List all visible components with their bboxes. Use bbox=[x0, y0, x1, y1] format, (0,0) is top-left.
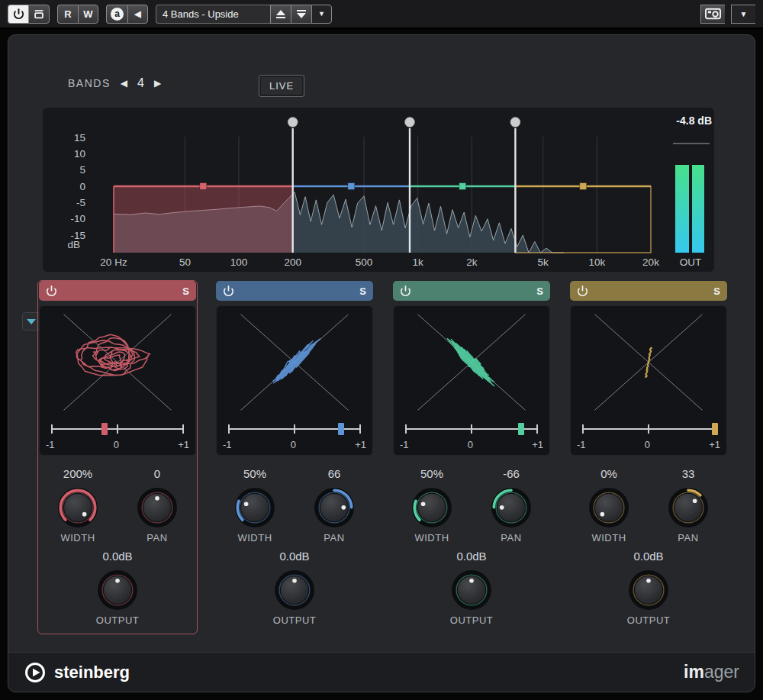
preset-prev-button[interactable] bbox=[270, 5, 291, 24]
output-knob[interactable] bbox=[626, 567, 671, 613]
svg-text:20k: 20k bbox=[642, 256, 659, 268]
bypass-icon bbox=[33, 8, 45, 20]
eject-down-icon bbox=[297, 10, 306, 18]
back-arrow-button[interactable]: ◀ bbox=[127, 5, 148, 24]
window-menu-button[interactable]: ▼ bbox=[731, 5, 755, 24]
band-3-header[interactable]: S bbox=[393, 281, 550, 301]
write-automation-button[interactable]: W bbox=[78, 5, 98, 24]
corr-zero-label: 0 bbox=[645, 439, 650, 450]
output-value: 0.0dB bbox=[569, 550, 728, 563]
pan-value: -66 bbox=[472, 467, 551, 480]
corr-neg-label: -1 bbox=[577, 439, 586, 450]
width-knob[interactable] bbox=[409, 485, 455, 531]
band-4-header[interactable]: S bbox=[570, 281, 727, 301]
correlation-marker bbox=[101, 423, 108, 435]
preset-next-button[interactable] bbox=[291, 5, 311, 24]
width-knob[interactable] bbox=[586, 485, 632, 531]
width-label: WIDTH bbox=[392, 532, 472, 544]
svg-text:5: 5 bbox=[79, 164, 85, 176]
live-button[interactable]: LIVE bbox=[259, 75, 304, 97]
snapshot-button[interactable] bbox=[700, 5, 725, 24]
corr-neg-label: -1 bbox=[223, 439, 232, 450]
chevron-down-icon bbox=[27, 319, 36, 324]
width-value: 50% bbox=[392, 467, 472, 480]
output-knob[interactable] bbox=[449, 567, 494, 613]
vectorscope-display bbox=[576, 310, 721, 418]
svg-text:20 Hz: 20 Hz bbox=[100, 256, 127, 268]
pan-value: 0 bbox=[118, 467, 197, 480]
steinberg-circle-icon bbox=[24, 661, 47, 684]
bands-next-button[interactable]: ▶ bbox=[154, 78, 161, 89]
bands-control: BANDS ◀ 4 ▶ bbox=[68, 76, 161, 90]
preset-menu-button[interactable]: ▼ bbox=[311, 5, 332, 24]
width-label: WIDTH bbox=[38, 532, 118, 544]
bands-label: BANDS bbox=[68, 77, 111, 89]
output-label: OUTPUT bbox=[215, 615, 374, 626]
svg-text:dB: dB bbox=[67, 239, 80, 250]
svg-text:OUT: OUT bbox=[680, 256, 702, 268]
bands-row: S -1 0 +1 200% 0 bbox=[37, 280, 729, 634]
pan-value: 66 bbox=[295, 467, 374, 480]
vectorscope-display bbox=[399, 310, 544, 418]
pan-label: PAN bbox=[649, 532, 728, 544]
brand-name: steinberg bbox=[54, 663, 130, 682]
width-value: 50% bbox=[215, 467, 295, 480]
svg-text:100: 100 bbox=[230, 256, 248, 268]
output-knob[interactable] bbox=[95, 567, 140, 613]
automation-button[interactable]: a bbox=[106, 5, 127, 24]
dropdown-icon: ▼ bbox=[318, 10, 325, 18]
width-value: 0% bbox=[569, 467, 649, 480]
corr-neg-label: -1 bbox=[46, 439, 55, 450]
steinberg-logo: steinberg bbox=[24, 661, 130, 684]
scope-panel: -1 0 +1 bbox=[393, 305, 550, 456]
power-icon[interactable] bbox=[577, 285, 588, 297]
output-value: 0.0dB bbox=[215, 550, 374, 563]
power-icon[interactable] bbox=[46, 285, 57, 297]
correlation-marker bbox=[518, 423, 524, 435]
bands-prev-button[interactable]: ◀ bbox=[121, 78, 127, 89]
band-4-panel: S -1 0 +1 0% 33 bbox=[568, 280, 729, 634]
solo-button[interactable]: S bbox=[359, 285, 366, 297]
svg-text:15: 15 bbox=[74, 132, 85, 144]
spectrum-display[interactable]: 20 Hz501002005001k2k5k10k20k151050-5-10-… bbox=[43, 108, 714, 272]
corr-pos-label: +1 bbox=[709, 439, 720, 450]
bypass-button[interactable] bbox=[28, 5, 50, 24]
preset-name-field[interactable]: 4 Bands - Upside bbox=[156, 5, 270, 24]
corr-pos-label: +1 bbox=[532, 439, 543, 450]
svg-text:2k: 2k bbox=[466, 256, 478, 268]
pan-knob[interactable] bbox=[665, 485, 711, 531]
solo-button[interactable]: S bbox=[536, 285, 543, 297]
solo-button[interactable]: S bbox=[182, 285, 189, 297]
imager-plugin-window: BANDS ◀ 4 ▶ LIVE 20 Hz501002005001k2k5k1… bbox=[8, 34, 755, 692]
pan-label: PAN bbox=[295, 532, 374, 544]
power-icon[interactable] bbox=[223, 285, 234, 297]
svg-text:1k: 1k bbox=[413, 256, 424, 268]
band-2-panel: S -1 0 +1 50% 66 bbox=[214, 280, 375, 634]
pan-knob[interactable] bbox=[488, 485, 534, 531]
corr-pos-label: +1 bbox=[355, 439, 366, 450]
output-label: OUTPUT bbox=[569, 615, 728, 626]
svg-text:-4.8 dB: -4.8 dB bbox=[676, 115, 712, 127]
svg-text:-10: -10 bbox=[70, 213, 85, 224]
width-knob[interactable] bbox=[232, 485, 278, 531]
width-knob[interactable] bbox=[55, 485, 101, 531]
width-value: 200% bbox=[38, 467, 118, 480]
svg-text:50: 50 bbox=[179, 256, 191, 268]
band-3-panel: S -1 0 +1 50% -66 bbox=[391, 280, 552, 634]
band-1-header[interactable]: S bbox=[39, 281, 196, 301]
correlation-marker bbox=[712, 423, 718, 435]
power-button[interactable] bbox=[8, 5, 28, 24]
power-icon[interactable] bbox=[400, 285, 411, 297]
band-2-header[interactable]: S bbox=[216, 281, 373, 301]
plugin-footer: steinberg imager bbox=[8, 652, 755, 692]
pan-knob[interactable] bbox=[311, 485, 357, 531]
a-icon: a bbox=[111, 8, 124, 21]
product-logo: imager bbox=[684, 662, 739, 682]
pan-knob[interactable] bbox=[134, 485, 180, 531]
output-value: 0.0dB bbox=[38, 550, 197, 563]
solo-button[interactable]: S bbox=[713, 285, 720, 297]
corr-zero-label: 0 bbox=[468, 439, 473, 450]
svg-text:5k: 5k bbox=[538, 256, 549, 268]
read-automation-button[interactable]: R bbox=[57, 5, 78, 24]
output-knob[interactable] bbox=[272, 567, 317, 613]
